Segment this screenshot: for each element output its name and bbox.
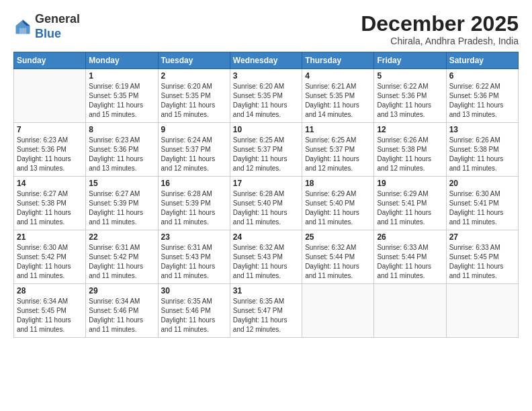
day-number: 1 — [89, 71, 154, 81]
calendar-week-3: 21Sunrise: 6:30 AM Sunset: 5:42 PM Dayli… — [14, 230, 519, 284]
table-row: 9Sunrise: 6:24 AM Sunset: 5:37 PM Daylig… — [158, 123, 230, 177]
table-row: 5Sunrise: 6:22 AM Sunset: 5:36 PM Daylig… — [374, 69, 446, 123]
table-row: 11Sunrise: 6:25 AM Sunset: 5:37 PM Dayli… — [302, 123, 374, 177]
day-info: Sunrise: 6:29 AM Sunset: 5:41 PM Dayligh… — [377, 189, 443, 227]
page: General Blue December 2025 Chirala, Andh… — [0, 0, 532, 411]
day-info: Sunrise: 6:23 AM Sunset: 5:36 PM Dayligh… — [17, 136, 83, 173]
header-monday: Monday — [86, 52, 158, 69]
day-info: Sunrise: 6:35 AM Sunset: 5:47 PM Dayligh… — [233, 297, 299, 334]
day-number: 6 — [449, 71, 515, 81]
day-number: 22 — [89, 232, 154, 242]
day-number: 11 — [305, 125, 371, 134]
table-row: 30Sunrise: 6:35 AM Sunset: 5:46 PM Dayli… — [158, 284, 230, 338]
table-row: 23Sunrise: 6:31 AM Sunset: 5:43 PM Dayli… — [158, 230, 230, 284]
day-number: 16 — [161, 179, 227, 188]
day-number: 19 — [377, 179, 443, 188]
title-block: December 2025 Chirala, Andhra Pradesh, I… — [361, 12, 519, 46]
day-number: 14 — [17, 179, 83, 188]
table-row: 25Sunrise: 6:32 AM Sunset: 5:44 PM Dayli… — [302, 230, 374, 284]
day-number: 28 — [17, 286, 83, 295]
day-number: 9 — [161, 125, 227, 134]
header: General Blue December 2025 Chirala, Andh… — [13, 12, 519, 46]
calendar-table: Sunday Monday Tuesday Wednesday Thursday… — [13, 52, 519, 338]
day-info: Sunrise: 6:22 AM Sunset: 5:36 PM Dayligh… — [377, 82, 443, 120]
table-row: 15Sunrise: 6:27 AM Sunset: 5:39 PM Dayli… — [86, 177, 158, 230]
day-info: Sunrise: 6:28 AM Sunset: 5:40 PM Dayligh… — [233, 189, 299, 227]
day-info: Sunrise: 6:32 AM Sunset: 5:44 PM Dayligh… — [305, 243, 371, 281]
table-row — [302, 284, 374, 338]
table-row: 22Sunrise: 6:31 AM Sunset: 5:42 PM Dayli… — [86, 230, 158, 284]
table-row: 8Sunrise: 6:23 AM Sunset: 5:36 PM Daylig… — [86, 123, 158, 177]
table-row — [374, 284, 446, 338]
day-info: Sunrise: 6:20 AM Sunset: 5:35 PM Dayligh… — [161, 82, 227, 120]
table-row — [446, 284, 518, 338]
day-number: 2 — [161, 71, 227, 81]
weekday-header-row: Sunday Monday Tuesday Wednesday Thursday… — [14, 52, 519, 69]
day-info: Sunrise: 6:30 AM Sunset: 5:41 PM Dayligh… — [449, 189, 515, 227]
table-row — [14, 69, 86, 123]
svg-rect-2 — [19, 28, 27, 34]
day-info: Sunrise: 6:25 AM Sunset: 5:37 PM Dayligh… — [305, 136, 371, 173]
day-info: Sunrise: 6:26 AM Sunset: 5:38 PM Dayligh… — [449, 136, 515, 173]
table-row: 7Sunrise: 6:23 AM Sunset: 5:36 PM Daylig… — [14, 123, 86, 177]
day-number: 25 — [305, 232, 371, 242]
day-info: Sunrise: 6:27 AM Sunset: 5:39 PM Dayligh… — [89, 189, 154, 227]
day-number: 23 — [161, 232, 227, 242]
header-friday: Friday — [374, 52, 446, 69]
day-info: Sunrise: 6:34 AM Sunset: 5:45 PM Dayligh… — [17, 297, 83, 334]
table-row: 6Sunrise: 6:22 AM Sunset: 5:36 PM Daylig… — [446, 69, 518, 123]
table-row: 29Sunrise: 6:34 AM Sunset: 5:46 PM Dayli… — [86, 284, 158, 338]
month-title: December 2025 — [361, 12, 519, 36]
day-info: Sunrise: 6:31 AM Sunset: 5:43 PM Dayligh… — [161, 243, 227, 281]
day-info: Sunrise: 6:34 AM Sunset: 5:46 PM Dayligh… — [89, 297, 154, 334]
day-info: Sunrise: 6:33 AM Sunset: 5:45 PM Dayligh… — [449, 243, 515, 281]
day-number: 17 — [233, 179, 299, 188]
table-row: 19Sunrise: 6:29 AM Sunset: 5:41 PM Dayli… — [374, 177, 446, 230]
table-row: 26Sunrise: 6:33 AM Sunset: 5:44 PM Dayli… — [374, 230, 446, 284]
day-number: 13 — [449, 125, 515, 134]
day-info: Sunrise: 6:20 AM Sunset: 5:35 PM Dayligh… — [233, 82, 299, 120]
day-number: 8 — [89, 125, 154, 134]
table-row: 20Sunrise: 6:30 AM Sunset: 5:41 PM Dayli… — [446, 177, 518, 230]
table-row: 3Sunrise: 6:20 AM Sunset: 5:35 PM Daylig… — [230, 69, 302, 123]
table-row: 4Sunrise: 6:21 AM Sunset: 5:35 PM Daylig… — [302, 69, 374, 123]
day-number: 10 — [233, 125, 299, 134]
table-row: 13Sunrise: 6:26 AM Sunset: 5:38 PM Dayli… — [446, 123, 518, 177]
table-row: 14Sunrise: 6:27 AM Sunset: 5:38 PM Dayli… — [14, 177, 86, 230]
day-number: 12 — [377, 125, 443, 134]
table-row: 17Sunrise: 6:28 AM Sunset: 5:40 PM Dayli… — [230, 177, 302, 230]
day-info: Sunrise: 6:26 AM Sunset: 5:38 PM Dayligh… — [377, 136, 443, 173]
day-number: 29 — [89, 286, 154, 295]
day-info: Sunrise: 6:23 AM Sunset: 5:36 PM Dayligh… — [89, 136, 154, 173]
logo-blue-text: Blue — [35, 27, 61, 40]
table-row: 18Sunrise: 6:29 AM Sunset: 5:40 PM Dayli… — [302, 177, 374, 230]
header-wednesday: Wednesday — [230, 52, 302, 69]
day-info: Sunrise: 6:24 AM Sunset: 5:37 PM Dayligh… — [161, 136, 227, 173]
table-row: 1Sunrise: 6:19 AM Sunset: 5:35 PM Daylig… — [86, 69, 158, 123]
header-saturday: Saturday — [446, 52, 518, 69]
logo-general-text: General — [35, 12, 80, 26]
day-info: Sunrise: 6:27 AM Sunset: 5:38 PM Dayligh… — [17, 189, 83, 227]
day-number: 18 — [305, 179, 371, 188]
calendar-week-4: 28Sunrise: 6:34 AM Sunset: 5:45 PM Dayli… — [14, 284, 519, 338]
table-row: 31Sunrise: 6:35 AM Sunset: 5:47 PM Dayli… — [230, 284, 302, 338]
table-row: 24Sunrise: 6:32 AM Sunset: 5:43 PM Dayli… — [230, 230, 302, 284]
table-row: 2Sunrise: 6:20 AM Sunset: 5:35 PM Daylig… — [158, 69, 230, 123]
day-number: 4 — [305, 71, 371, 81]
day-number: 15 — [89, 179, 154, 188]
day-number: 21 — [17, 232, 83, 242]
table-row: 21Sunrise: 6:30 AM Sunset: 5:42 PM Dayli… — [14, 230, 86, 284]
header-tuesday: Tuesday — [158, 52, 230, 69]
location: Chirala, Andhra Pradesh, India — [361, 36, 519, 46]
day-info: Sunrise: 6:35 AM Sunset: 5:46 PM Dayligh… — [161, 297, 227, 334]
day-info: Sunrise: 6:32 AM Sunset: 5:43 PM Dayligh… — [233, 243, 299, 281]
day-number: 24 — [233, 232, 299, 242]
day-info: Sunrise: 6:25 AM Sunset: 5:37 PM Dayligh… — [233, 136, 299, 173]
table-row: 16Sunrise: 6:28 AM Sunset: 5:39 PM Dayli… — [158, 177, 230, 230]
table-row: 27Sunrise: 6:33 AM Sunset: 5:45 PM Dayli… — [446, 230, 518, 284]
day-info: Sunrise: 6:31 AM Sunset: 5:42 PM Dayligh… — [89, 243, 154, 281]
day-number: 27 — [449, 232, 515, 242]
day-number: 7 — [17, 125, 83, 134]
calendar-week-2: 14Sunrise: 6:27 AM Sunset: 5:38 PM Dayli… — [14, 177, 519, 230]
header-sunday: Sunday — [14, 52, 86, 69]
